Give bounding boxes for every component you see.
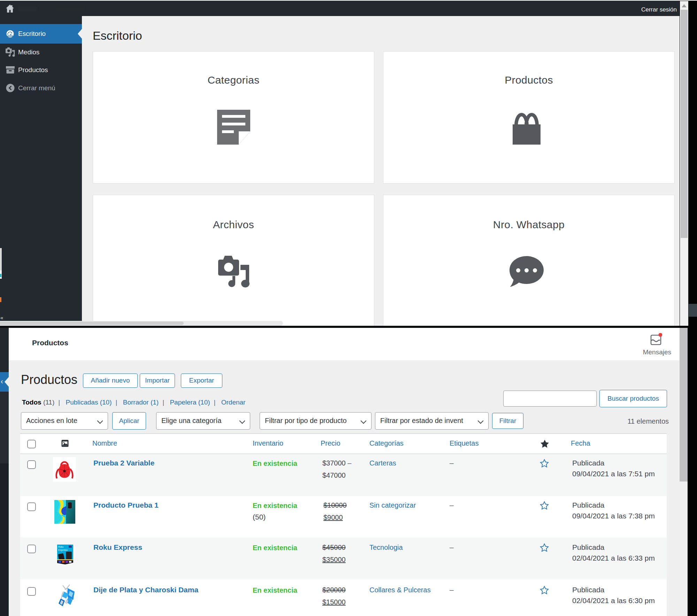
- svg-text:Roku: Roku: [58, 546, 64, 548]
- svg-text:Express: Express: [58, 548, 68, 552]
